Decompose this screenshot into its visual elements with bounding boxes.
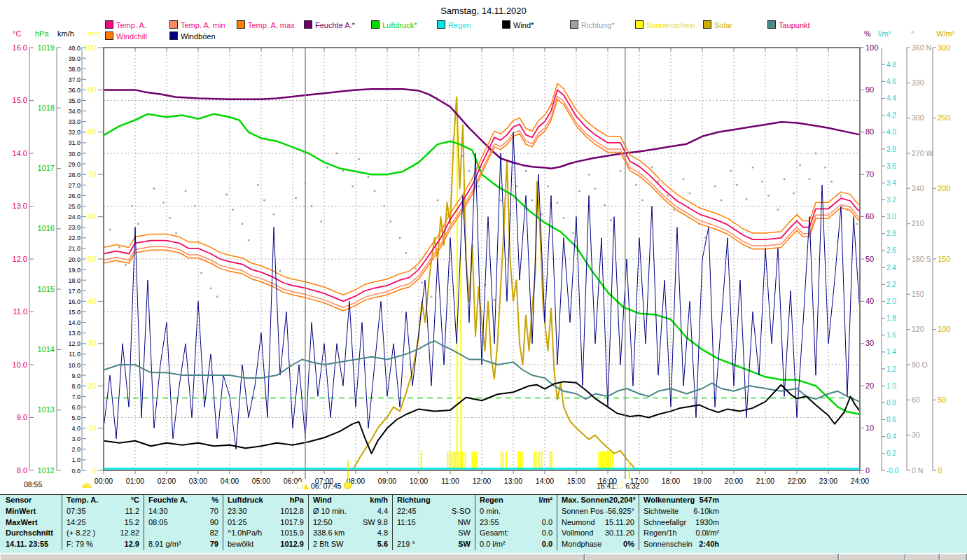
table-cell: ^1.0hPa/h1015.9 [223, 528, 308, 539]
svg-text:360 N: 360 N [912, 43, 931, 52]
svg-text:3.2: 3.2 [886, 196, 896, 204]
moonset-time: 6:32 [625, 482, 639, 490]
svg-text:12.0: 12.0 [13, 255, 27, 263]
cell-time: 338.6 km [313, 528, 345, 539]
row-label: MaxWert [0, 517, 62, 528]
cell-time: Luftdruck [228, 495, 263, 506]
svg-text:26.0: 26.0 [68, 192, 81, 200]
svg-text:35.0: 35.0 [68, 97, 81, 104]
svg-text:8.0: 8.0 [17, 466, 27, 475]
svg-text:300: 300 [912, 113, 924, 122]
svg-text:14.0: 14.0 [68, 319, 81, 326]
svg-text:4.4: 4.4 [886, 94, 896, 102]
svg-text:05:00: 05:00 [252, 477, 270, 485]
table-cell: 8.91 g/m³79 [144, 539, 223, 550]
cell-value: 0.0 [542, 517, 552, 528]
svg-text:0 N: 0 N [912, 466, 923, 475]
svg-text:1012: 1012 [38, 466, 55, 475]
svg-text:3.6: 3.6 [886, 162, 896, 170]
svg-text:150: 150 [938, 255, 950, 263]
cell-value: NW [458, 517, 471, 528]
table-cell: Temp. A.°C [62, 495, 144, 506]
svg-text:27.0: 27.0 [68, 182, 81, 189]
cell-time: Neumond [562, 517, 595, 528]
svg-text:2.8: 2.8 [886, 230, 896, 237]
svg-text:33.0: 33.0 [68, 118, 81, 125]
cell-time: Wind [313, 495, 332, 506]
cell-value: 11.2 [125, 506, 139, 517]
svg-text:30: 30 [912, 430, 920, 439]
table-filler [723, 495, 967, 506]
svg-text:4.0: 4.0 [886, 128, 896, 136]
svg-text:15.0: 15.0 [68, 309, 81, 316]
svg-text:1015: 1015 [38, 285, 55, 293]
table-cell: 82 [144, 528, 223, 539]
cell-value: 6-10km [693, 506, 719, 517]
svg-text:23:00: 23:00 [819, 477, 837, 485]
svg-text:22.0: 22.0 [68, 234, 81, 241]
row-label: 14.11. 23:55 [0, 539, 62, 550]
svg-text:60: 60 [865, 212, 874, 220]
svg-text:03:00: 03:00 [189, 477, 207, 485]
cell-value: -56,925° [605, 506, 634, 517]
cell-value: 12.9 [125, 539, 139, 550]
svg-text:W/m²: W/m² [936, 29, 955, 38]
cell-time: Temp. A. [67, 495, 98, 506]
svg-text:3.0: 3.0 [886, 213, 896, 220]
cell-value: 4.4 [377, 506, 388, 517]
status-bar-segment [905, 554, 940, 560]
row-label: MinWert [0, 506, 62, 517]
table-cell: Richtung [392, 495, 475, 506]
svg-text:30: 30 [88, 339, 97, 347]
svg-text:30.0: 30.0 [68, 150, 81, 158]
table-cell: 0 min. [475, 506, 557, 517]
cell-time: Wolkenunterg [643, 495, 695, 506]
table-cell: Sonnen Pos-56,925° [557, 506, 639, 517]
table-cell: 2 Bft SW5.6 [308, 539, 392, 550]
table-cell: Wolkenunterg547m [639, 495, 723, 506]
svg-text:38.0: 38.0 [68, 66, 81, 73]
row-label: Sensor [0, 495, 62, 506]
cell-time: bewölkt [228, 539, 253, 550]
cell-value: 20,204° [609, 495, 636, 506]
svg-text:10.0: 10.0 [68, 362, 81, 369]
svg-text:25.0: 25.0 [68, 203, 81, 210]
svg-text:23.0: 23.0 [68, 224, 81, 231]
day-length-value: 08:55 [24, 480, 42, 489]
svg-text:0: 0 [938, 466, 942, 475]
cell-value: 0% [623, 539, 634, 550]
svg-text:22:00: 22:00 [788, 477, 806, 485]
cell-time: F: 79 % [67, 539, 93, 550]
svg-text:17.0: 17.0 [68, 288, 81, 295]
table-cell: 22:45S-SO [392, 506, 475, 517]
svg-text:3.0: 3.0 [71, 435, 81, 442]
svg-text:15.0: 15.0 [13, 96, 27, 104]
svg-text:2.4: 2.4 [886, 264, 896, 272]
cell-value: hPa [290, 495, 304, 506]
svg-text:16.0: 16.0 [13, 43, 27, 52]
svg-text:2.6: 2.6 [886, 246, 896, 254]
svg-text:60: 60 [912, 396, 920, 404]
svg-text:00:00: 00:00 [95, 477, 113, 485]
svg-text:16.0: 16.0 [68, 298, 81, 305]
svg-text:13:00: 13:00 [504, 477, 522, 485]
table-row: SensorTemp. A.°CFeuchte A.%LuftdruckhPaW… [0, 495, 967, 506]
cell-time: 14:25 [67, 517, 86, 528]
svg-text:hPa: hPa [35, 29, 49, 38]
table-cell: 08:0590 [144, 517, 223, 528]
svg-text:10:00: 10:00 [410, 477, 428, 485]
cell-time: 22:45 [397, 506, 417, 517]
cell-value: 70 [210, 506, 218, 517]
moon-icon [297, 482, 303, 489]
svg-text:0.6: 0.6 [886, 416, 896, 424]
cell-value: 1930m [695, 517, 719, 528]
sensor-summary-table: SensorTemp. A.°CFeuchte A.%LuftdruckhPaW… [0, 494, 967, 554]
svg-text:1.2: 1.2 [886, 365, 896, 373]
svg-text:02:00: 02:00 [158, 477, 176, 485]
cell-time: ^1.0hPa/h [228, 528, 262, 539]
sunrise-times: 06: 07:45 [311, 482, 342, 490]
cell-time: Gesamt: [480, 528, 509, 539]
svg-text:210: 210 [912, 219, 924, 227]
table-cell: 23:550.0 [475, 517, 557, 528]
svg-text:20:00: 20:00 [725, 477, 743, 485]
